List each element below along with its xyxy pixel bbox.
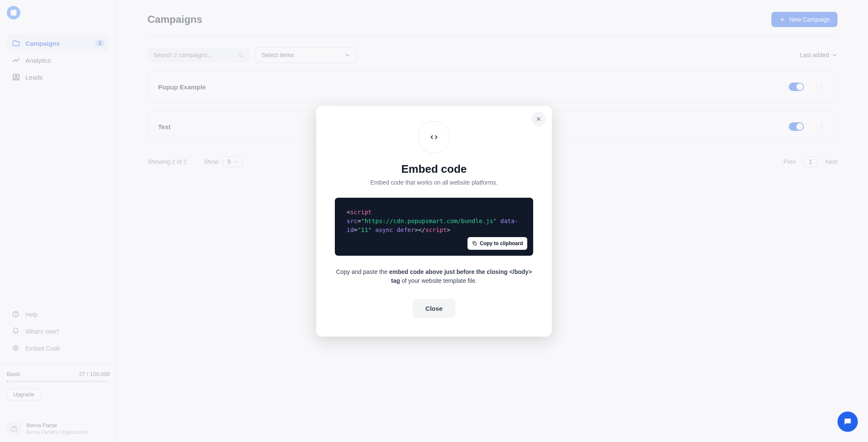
copy-label: Copy to clipboard <box>480 240 523 247</box>
close-icon-button[interactable] <box>531 112 546 126</box>
modal-title: Embed code <box>335 163 533 176</box>
svg-rect-14 <box>474 243 476 245</box>
chat-widget-button[interactable] <box>837 412 858 432</box>
close-button[interactable]: Close <box>413 299 456 318</box>
modal-subtitle: Embed code that works on all website pla… <box>335 179 533 186</box>
embed-code-modal: Embed code Embed code that works on all … <box>316 106 552 337</box>
copy-to-clipboard-button[interactable]: Copy to clipboard <box>467 237 527 250</box>
code-snippet: <script src="https://cdn.popupsmart.com/… <box>335 198 533 256</box>
code-icon <box>418 121 450 153</box>
modal-overlay[interactable]: Embed code Embed code that works on all … <box>0 0 868 442</box>
copy-icon <box>472 240 477 246</box>
embed-hint: Copy and paste the embed code above just… <box>335 268 533 285</box>
